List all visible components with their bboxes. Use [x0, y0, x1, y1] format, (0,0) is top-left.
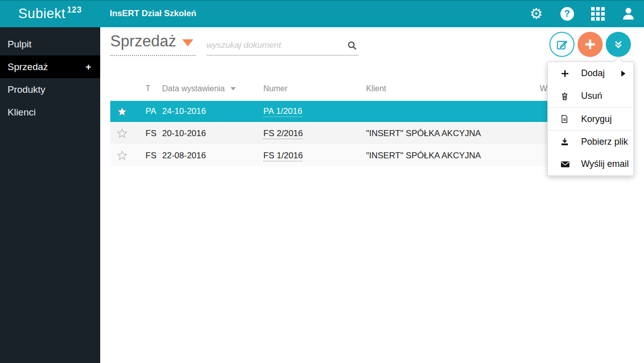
search-input[interactable] — [206, 40, 342, 50]
menu-item-pobierz-plik[interactable]: Pobierz plik — [548, 130, 633, 153]
double-chevron-down-icon — [612, 38, 625, 51]
sidebar-item-label: Sprzedaż — [8, 62, 48, 73]
sidebar-item-sprzedaz[interactable]: Sprzedaż + — [0, 55, 100, 78]
app-logo[interactable]: Subiekt 123 — [0, 6, 100, 22]
envelope-icon — [560, 159, 571, 170]
cell-date: 20-10-2016 — [162, 129, 263, 139]
settings-gear-icon[interactable]: ⚙ — [528, 5, 545, 22]
sort-desc-icon — [231, 87, 236, 90]
more-actions-button[interactable] — [606, 32, 631, 57]
sidebar-item-label: Klienci — [8, 107, 36, 118]
search-box — [206, 40, 359, 55]
header-date[interactable]: Data wystawienia — [162, 84, 263, 93]
company-title: InsERT Dział Szkoleń — [110, 9, 196, 19]
favorite-star-outline-icon[interactable] — [117, 150, 127, 161]
cell-type: PA — [143, 106, 162, 116]
document-number-link[interactable]: FS 1/2016 — [263, 151, 303, 161]
sidebar-item-label: Pulpit — [8, 39, 32, 50]
download-icon — [560, 136, 571, 147]
plus-icon — [584, 38, 597, 51]
header-type[interactable]: T — [143, 84, 162, 93]
cell-type: FS — [143, 129, 162, 139]
menu-item-koryguj[interactable]: Koryguj — [548, 107, 633, 130]
topbar-icons: ⚙ ? — [528, 5, 637, 22]
plus-icon — [560, 68, 571, 79]
sidebar: Pulpit Sprzedaż + Produkty Klienci — [0, 27, 100, 363]
sidebar-item-klienci[interactable]: Klienci — [0, 101, 100, 124]
title-dropdown-caret-icon — [182, 39, 193, 46]
add-document-button[interactable] — [578, 32, 603, 57]
submenu-arrow-icon — [621, 71, 625, 77]
header-client[interactable]: Klient — [366, 84, 540, 93]
menu-item-wyslij-email[interactable]: Wyślij email — [548, 153, 633, 175]
cell-client: "INSERT" SPÓŁKA AKCYJNA — [366, 129, 540, 139]
sidebar-item-label: Produkty — [8, 84, 45, 95]
apps-grid-icon[interactable] — [589, 5, 606, 22]
logo-text: Subiekt — [18, 6, 65, 22]
search-icon[interactable] — [347, 40, 357, 51]
cell-type: FS — [143, 151, 162, 161]
document-number-link[interactable]: PA 1/2016 — [263, 106, 302, 117]
document-number-link[interactable]: FS 2/2016 — [263, 129, 303, 139]
cell-client: "INSERT" SPÓŁKA AKCYJNA — [366, 151, 540, 161]
logo-superscript: 123 — [67, 6, 82, 15]
sidebar-item-pulpit[interactable]: Pulpit — [0, 33, 100, 55]
page-title: Sprzedaż — [110, 32, 176, 50]
document-icon — [560, 113, 571, 125]
favorite-star-outline-icon[interactable] — [117, 128, 127, 139]
compose-icon — [555, 38, 568, 51]
sidebar-item-produkty[interactable]: Produkty — [0, 78, 100, 101]
menu-item-dodaj[interactable]: Dodaj — [548, 62, 633, 85]
sidebar-expand-plus-icon[interactable]: + — [86, 62, 91, 73]
actions-dropdown-menu: Dodaj Usuń Koryguj Pobierz plik — [547, 62, 634, 176]
help-icon[interactable]: ? — [558, 5, 576, 22]
menu-item-usun[interactable]: Usuń — [548, 85, 633, 107]
header-number[interactable]: Numer — [263, 84, 366, 93]
favorite-star-filled-icon[interactable] — [117, 106, 127, 117]
cell-date: 24-10-2016 — [162, 106, 263, 116]
user-icon[interactable] — [620, 5, 637, 22]
topbar: Subiekt 123 InsERT Dział Szkoleń ⚙ ? — [0, 0, 644, 27]
page-title-dropdown[interactable]: Sprzedaż — [110, 32, 195, 56]
cell-date: 22-08-2016 — [162, 151, 263, 161]
trash-icon — [560, 91, 571, 102]
edit-document-button[interactable] — [549, 32, 575, 57]
